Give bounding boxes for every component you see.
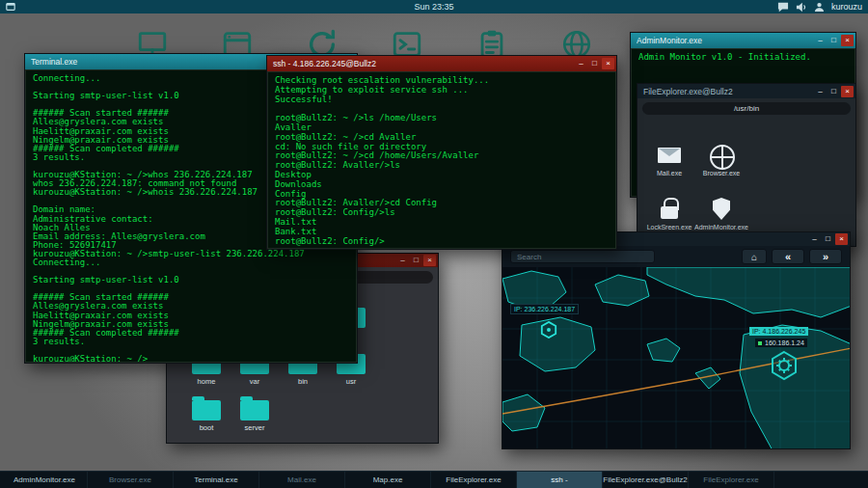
terminal-line: root@Bullz2: ~ />cd Avaller [275, 133, 609, 143]
terminal-line [33, 267, 349, 276]
file-item[interactable]: Browser.exe [695, 122, 747, 176]
window-title: AdminMonitor.exe [637, 36, 813, 45]
map-settings-gear-icon[interactable] [769, 350, 800, 385]
terminal-line: Attempting to exploit service ssh ... [275, 86, 609, 95]
file-label: Browser.exe [703, 170, 741, 176]
user-icon[interactable] [814, 2, 825, 13]
terminal-line: root@Bullz2: Config/> [275, 237, 609, 247]
file-explorer-bin-body: /usr/bin Mail.exe Browser.exe [637, 98, 855, 246]
close-button[interactable]: × [602, 58, 614, 69]
file-grid: Mail.exe Browser.exe LockSreen.exe [637, 115, 855, 230]
minimize-button[interactable]: – [396, 255, 409, 266]
home-button[interactable]: ⌂ [742, 249, 767, 264]
taskbar-item[interactable]: FileExplorer.exe [431, 472, 517, 488]
terminal-line: Successful! [275, 95, 609, 105]
terminal-line: Mail.txt [275, 218, 609, 228]
maximize-button[interactable]: □ [588, 58, 601, 69]
terminal-line: root@Bullz2: ~ />ls /home/Users [275, 114, 609, 123]
close-button[interactable]: × [423, 255, 436, 266]
chat-icon[interactable] [777, 2, 789, 13]
window-title: FileExplorer.exe@Bullz2 [643, 87, 813, 96]
close-button[interactable]: × [841, 35, 854, 46]
terminal-line: cd: No such file or directory [275, 143, 609, 152]
minimize-button[interactable]: – [814, 35, 827, 46]
taskbar-item[interactable]: Mail.exe [259, 472, 345, 488]
terminal-line: ###### Scan completed ###### [33, 329, 349, 338]
terminal-line: Connecting... [33, 258, 349, 267]
taskbar-item[interactable]: Terminal.exe [174, 472, 259, 488]
maximize-button[interactable]: □ [827, 86, 840, 97]
terminal-line: root@Bullz2: Avaller/>ls [275, 161, 609, 171]
file-item[interactable]: AdminMonitor.exe [695, 176, 747, 230]
terminal-line: root@Bullz2: ~ />cd /home/Users/Avaller [275, 151, 609, 161]
terminal-line: Alles@gryslera.com exists [33, 302, 349, 311]
top-status-bar: Sun 23:35 kurouzu [0, 0, 868, 14]
taskbar-item-label: FileExplorer.exe [446, 475, 501, 484]
minimize-button[interactable]: – [814, 86, 827, 97]
map-window: Map.exe – □ × ⌂ « » [502, 231, 851, 449]
back-button[interactable]: « [772, 249, 804, 264]
folder-item[interactable]: boot [182, 388, 231, 434]
ip-marker-label[interactable]: IP: 236.226.224.187 [510, 304, 579, 314]
close-button[interactable]: × [841, 86, 854, 97]
taskbar-item[interactable]: Browser.exe [88, 472, 174, 488]
terminal-line: root@Bullz2: Avaller/>cd Config [275, 199, 609, 208]
folder-icon [192, 400, 221, 420]
file-explorer-bin-window: FileExplorer.exe@Bullz2 – □ × /usr/bin M… [637, 83, 856, 247]
file-item[interactable]: LockSreen.exe [643, 176, 695, 230]
search-input[interactable] [510, 250, 655, 263]
taskbar-item[interactable]: ssh - [517, 472, 603, 488]
taskbar-item[interactable]: FileExplorer.exe@Bullz2 [603, 472, 689, 488]
terminal-line: kurouzu@KStation: ~ />smtp-user-list 236… [33, 250, 349, 258]
folder-label: home [198, 377, 216, 386]
ip-marker-label[interactable]: IP: 4.186.226.245 [749, 327, 808, 336]
minimize-button[interactable]: – [575, 58, 587, 69]
taskbar-item-label: Terminal.exe [194, 475, 237, 484]
map-canvas[interactable]: IP: 236.226.224.187 IP: 4.186.226.245 16… [502, 267, 850, 448]
admin-monitor-titlebar[interactable]: AdminMonitor.exe – □ × [631, 33, 855, 48]
username[interactable]: kurouzu [831, 2, 862, 12]
taskbar-item-label: FileExplorer.exe [703, 475, 758, 484]
file-label: Mail.exe [657, 170, 682, 176]
window-title: ssh - 4.186.226.245@Bullz2 [273, 59, 574, 68]
ssh-output[interactable]: Checking root escalation vulnerability..… [267, 71, 616, 249]
green-dot-icon [758, 341, 762, 345]
taskbar-item-label: AdminMonitor.exe [14, 475, 75, 484]
taskbar-item-label: Mail.exe [287, 475, 316, 484]
sub-ip-text: 160.186.1.24 [765, 339, 804, 346]
terminal-line: ###### Scan started ###### [33, 293, 349, 302]
file-icon [709, 144, 734, 167]
terminal-line: Avaller [275, 123, 609, 133]
terminal-line: Starting smtp-user-list v1.0 [33, 276, 349, 285]
taskbar-item[interactable]: FileExplorer.exe [689, 472, 774, 488]
folder-label: usr [346, 377, 356, 386]
folder-item[interactable]: server [231, 388, 279, 434]
file-explorer-bin-titlebar[interactable]: FileExplorer.exe@Bullz2 – □ × [637, 84, 855, 98]
terminal-line: kurouzu@KStation: ~ /> [33, 355, 349, 363]
folder-label: boot [200, 423, 214, 432]
speaker-icon[interactable] [796, 2, 807, 13]
maximize-button[interactable]: □ [822, 233, 834, 245]
taskbar-item[interactable]: AdminMonitor.exe [2, 472, 88, 488]
taskbar-item-label: FileExplorer.exe@Bullz2 [603, 475, 687, 484]
clock: Sun 23:35 [0, 2, 868, 12]
maximize-button[interactable]: □ [827, 35, 840, 46]
terminal-line [33, 346, 349, 355]
hexagon-marker-icon[interactable] [540, 321, 557, 342]
close-button[interactable]: × [835, 233, 848, 245]
path-bar: /usr/bin [642, 102, 851, 115]
terminal-line: root@Bullz2: Config/>ls [275, 208, 609, 218]
desktop: Sun 23:35 kurouzu AdminMonitor.exe – □ [0, 0, 868, 488]
taskbar-item[interactable]: Map.exe [345, 472, 431, 488]
terminal-line: 3 results. [33, 338, 349, 346]
folder-label: server [245, 423, 265, 432]
terminal-line [275, 104, 609, 114]
file-item[interactable]: Mail.exe [643, 122, 695, 176]
forward-button[interactable]: » [809, 249, 842, 264]
ssh-titlebar[interactable]: ssh - 4.186.226.245@Bullz2 – □ × [267, 56, 616, 71]
maximize-button[interactable]: □ [410, 255, 422, 266]
minimize-button[interactable]: – [808, 233, 821, 245]
taskbar: AdminMonitor.exe Browser.exe Terminal.ex… [0, 471, 868, 488]
terminal-line: Bank.txt [275, 228, 609, 237]
ip-marker-sublabel[interactable]: 160.186.1.24 [755, 339, 807, 347]
